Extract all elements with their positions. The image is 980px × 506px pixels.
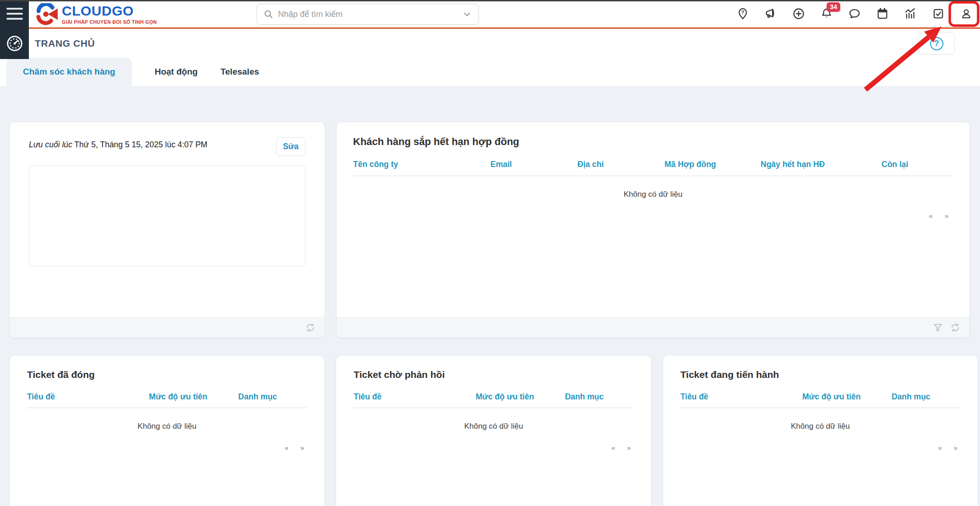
col-muc-do-uu-tien[interactable]: Mức độ ưu tiên bbox=[476, 392, 565, 402]
page-title: TRANG CHỦ bbox=[35, 29, 95, 58]
widget-title: Ticket đang tiến hành bbox=[681, 369, 960, 380]
last-saved-datetime: Thứ 5, Tháng 5 15, 2025 lúc 4:07 PM bbox=[74, 140, 207, 149]
notes-widget-footer bbox=[10, 317, 325, 338]
dashboard-content: Lưu cuối lúc Thứ 5, Tháng 5 15, 2025 lúc… bbox=[0, 122, 980, 506]
logo-tagline: GIẢI PHÁP CHUYỂN ĐỔI SỐ TINH GỌN bbox=[62, 20, 157, 25]
widgets-row-2: Ticket đã đóng Tiêu đề Mức độ ưu tiên Da… bbox=[9, 355, 978, 506]
ticket-table-header: Tiêu đề Mức độ ưu tiên Danh mục bbox=[354, 392, 633, 408]
refresh-icon[interactable] bbox=[950, 323, 960, 333]
pagination-prev-button[interactable]: « bbox=[929, 212, 932, 220]
pagination-prev-button[interactable]: « bbox=[285, 444, 289, 452]
help-question-icon: ? bbox=[930, 37, 943, 50]
expiring-contracts-widget: Khách hàng sắp hết hạn hợp đồng Tên công… bbox=[336, 122, 970, 338]
topbar-icons: ? 34 bbox=[736, 0, 973, 27]
tasks-checkbox-icon[interactable] bbox=[932, 7, 945, 20]
notification-badge: 34 bbox=[827, 2, 840, 12]
search-input[interactable] bbox=[278, 10, 457, 19]
crm-dashboard-page: CLOUDGO GIẢI PHÁP CHUYỂN ĐỔI SỐ TINH GỌN… bbox=[0, 0, 980, 506]
chevron-down-icon[interactable] bbox=[462, 9, 472, 19]
notes-text-area[interactable] bbox=[29, 165, 305, 266]
col-email[interactable]: Email bbox=[490, 160, 577, 169]
calendar-icon[interactable] bbox=[876, 7, 889, 20]
widget-title: Khách hàng sắp hết hạn hợp đồng bbox=[353, 136, 953, 148]
dashboard-speedometer-icon bbox=[5, 34, 24, 53]
window-top-border bbox=[0, 0, 980, 1]
pagination-next-button[interactable]: » bbox=[627, 444, 631, 452]
widget-title: Ticket đã đóng bbox=[27, 369, 307, 380]
cloudgo-logo[interactable]: CLOUDGO GIẢI PHÁP CHUYỂN ĐỔI SỐ TINH GỌN bbox=[35, 3, 157, 25]
last-saved-prefix: Lưu cuối lúc bbox=[29, 140, 72, 149]
tab-telesales[interactable]: Telesales bbox=[221, 58, 259, 86]
edit-notes-button[interactable]: Sửa bbox=[276, 137, 305, 156]
ticket-closed-widget: Ticket đã đóng Tiêu đề Mức độ ưu tiên Da… bbox=[9, 355, 325, 506]
tab-cham-soc-khach-hang[interactable]: Chăm sóc khách hàng bbox=[6, 58, 132, 86]
user-profile-icon[interactable] bbox=[960, 7, 973, 20]
col-ten-cong-ty[interactable]: Tên công ty bbox=[353, 160, 490, 169]
tab-hoat-dong[interactable]: Hoạt động bbox=[155, 58, 198, 86]
pagination-next-button[interactable]: » bbox=[954, 444, 958, 452]
empty-state-text: Không có dữ liệu bbox=[27, 422, 307, 431]
hamburger-menu-button[interactable] bbox=[0, 0, 29, 27]
pagination-prev-button[interactable]: « bbox=[611, 444, 615, 452]
contracts-table-header: Tên công ty Email Địa chỉ Mã Hợp đồng Ng… bbox=[353, 160, 953, 176]
col-ngay-het-han[interactable]: Ngày hết hạn HĐ bbox=[761, 160, 882, 169]
announcement-megaphone-icon[interactable] bbox=[764, 7, 777, 20]
dashboard-tabs: Chăm sóc khách hàng Hoạt động Telesales bbox=[0, 58, 980, 86]
page-header: TRANG CHỦ ? bbox=[0, 27, 980, 58]
col-tieu-de[interactable]: Tiêu đề bbox=[681, 392, 802, 402]
ticket-table-header: Tiêu đề Mức độ ưu tiên Danh mục bbox=[27, 392, 307, 408]
col-ma-hop-dong[interactable]: Mã Hợp đồng bbox=[664, 160, 761, 169]
col-tieu-de[interactable]: Tiêu đề bbox=[354, 392, 475, 402]
col-muc-do-uu-tien[interactable]: Mức độ ưu tiên bbox=[149, 392, 238, 402]
ticket-table-header: Tiêu đề Mức độ ưu tiên Danh mục bbox=[681, 392, 960, 408]
col-danh-muc[interactable]: Danh mục bbox=[238, 392, 307, 402]
ticket-pagination: « » bbox=[27, 444, 307, 452]
help-button[interactable]: ? bbox=[918, 32, 955, 54]
ticket-pagination: « » bbox=[354, 444, 633, 452]
global-search[interactable] bbox=[256, 4, 479, 25]
widgets-row-1: Lưu cuối lúc Thứ 5, Tháng 5 15, 2025 lúc… bbox=[9, 122, 970, 338]
col-tieu-de[interactable]: Tiêu đề bbox=[27, 392, 149, 402]
filter-icon[interactable] bbox=[933, 323, 943, 333]
last-saved-text: Lưu cuối lúc Thứ 5, Tháng 5 15, 2025 lúc… bbox=[29, 137, 207, 150]
empty-state-text: Không có dữ liệu bbox=[354, 422, 633, 431]
quick-create-plus-icon[interactable] bbox=[792, 7, 805, 20]
reports-chart-icon[interactable] bbox=[904, 7, 917, 20]
checkin-location-icon[interactable]: ? bbox=[736, 7, 749, 20]
ticket-waiting-widget: Ticket chờ phản hồi Tiêu đề Mức độ ưu ti… bbox=[336, 355, 651, 506]
empty-state-text: Không có dữ liệu bbox=[353, 190, 953, 199]
widget-title: Ticket chờ phản hồi bbox=[354, 369, 633, 380]
logo-name: CLOUDGO bbox=[62, 4, 157, 18]
chat-icon[interactable] bbox=[848, 7, 861, 20]
cloudgo-logo-icon bbox=[35, 3, 58, 25]
topbar: CLOUDGO GIẢI PHÁP CHUYỂN ĐỔI SỐ TINH GỌN… bbox=[0, 0, 980, 27]
pagination-prev-button[interactable]: « bbox=[938, 444, 942, 452]
hamburger-icon bbox=[6, 8, 23, 10]
pagination-next-button[interactable]: » bbox=[300, 444, 304, 452]
empty-state-text: Không có dữ liệu bbox=[681, 422, 960, 431]
contracts-pagination: « » bbox=[353, 212, 953, 220]
notifications-bell-icon[interactable]: 34 bbox=[820, 7, 833, 20]
search-icon bbox=[263, 9, 273, 19]
col-dia-chi[interactable]: Địa chỉ bbox=[577, 160, 664, 169]
pagination-next-button[interactable]: » bbox=[945, 212, 948, 220]
contracts-widget-footer bbox=[337, 317, 969, 338]
col-danh-muc[interactable]: Danh mục bbox=[565, 392, 634, 402]
ticket-pagination: « » bbox=[681, 444, 960, 452]
ticket-inprogress-widget: Ticket đang tiến hành Tiêu đề Mức độ ưu … bbox=[663, 355, 978, 506]
col-muc-do-uu-tien[interactable]: Mức độ ưu tiên bbox=[802, 392, 892, 402]
col-con-lai[interactable]: Còn lại bbox=[882, 160, 953, 169]
svg-text:?: ? bbox=[741, 10, 745, 15]
notes-widget: Lưu cuối lúc Thứ 5, Tháng 5 15, 2025 lúc… bbox=[9, 122, 325, 338]
refresh-icon[interactable] bbox=[305, 323, 316, 333]
col-danh-muc[interactable]: Danh mục bbox=[892, 392, 960, 402]
dashboard-module-button[interactable] bbox=[0, 27, 29, 59]
